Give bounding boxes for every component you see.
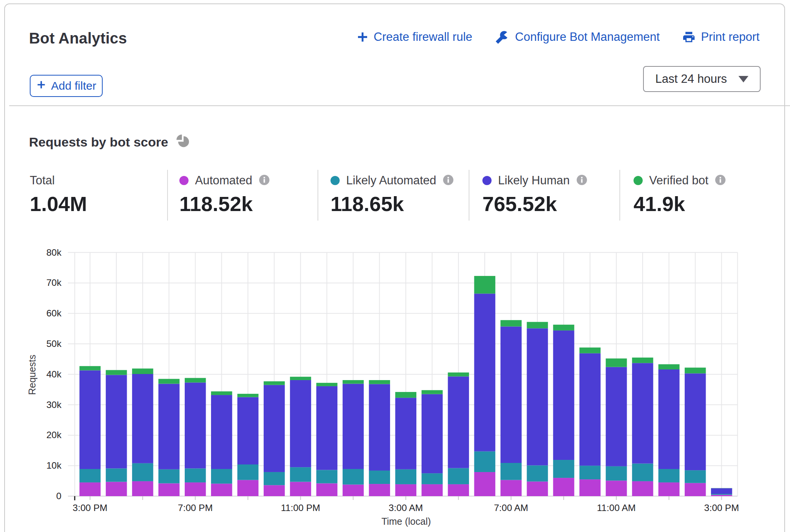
bar-segment-likely-human[interactable] (474, 293, 495, 451)
bar-segment-verified-bot[interactable] (211, 391, 232, 395)
bar-segment-verified-bot[interactable] (527, 322, 548, 329)
bar-segment-automated[interactable] (369, 484, 390, 496)
bar-segment-likely-automated[interactable] (527, 465, 548, 481)
bar-segment-verified-bot[interactable] (264, 381, 285, 385)
bar-segment-likely-human[interactable] (606, 367, 627, 466)
bar-segment-likely-automated[interactable] (395, 469, 416, 484)
bar-segment-likely-automated[interactable] (211, 469, 232, 484)
bar-segment-verified-bot[interactable] (632, 358, 653, 363)
bar-segment-verified-bot[interactable] (422, 390, 443, 394)
bar-segment-likely-automated[interactable] (422, 473, 443, 484)
bar-segment-automated[interactable] (132, 481, 153, 496)
bar-segment-likely-automated[interactable] (132, 463, 153, 481)
bar-segment-verified-bot[interactable] (395, 392, 416, 398)
bar-segment-verified-bot[interactable] (185, 378, 206, 382)
bar-segment-likely-human[interactable] (237, 397, 258, 464)
bar-segment-likely-human[interactable] (106, 375, 127, 468)
bar-segment-verified-bot[interactable] (685, 368, 706, 373)
bar-segment-automated[interactable] (395, 484, 416, 496)
bar-segment-verified-bot[interactable] (106, 370, 127, 375)
bar-segment-likely-human[interactable] (185, 382, 206, 468)
bar-segment-likely-human[interactable] (316, 386, 337, 470)
bar-segment-likely-human[interactable] (711, 488, 732, 494)
bar-segment-verified-bot[interactable] (79, 366, 100, 370)
bar-segment-automated[interactable] (106, 482, 127, 496)
bar-segment-verified-bot[interactable] (553, 325, 574, 330)
bar-segment-likely-human[interactable] (343, 384, 364, 469)
bar-segment-likely-human[interactable] (132, 374, 153, 463)
bar-segment-likely-automated[interactable] (343, 469, 364, 485)
bar-segment-likely-automated[interactable] (185, 468, 206, 482)
bar-segment-likely-automated[interactable] (474, 451, 495, 472)
bar-segment-likely-automated[interactable] (711, 494, 732, 495)
bar-segment-likely-automated[interactable] (264, 472, 285, 485)
bar-segment-automated[interactable] (632, 481, 653, 496)
bar-segment-automated[interactable] (343, 485, 364, 496)
bar-segment-likely-human[interactable] (211, 395, 232, 469)
bar-segment-automated[interactable] (658, 482, 679, 496)
bar-segment-verified-bot[interactable] (500, 320, 521, 327)
bar-segment-likely-automated[interactable] (290, 467, 311, 482)
bar-segment-likely-automated[interactable] (79, 469, 100, 482)
bar-segment-likely-human[interactable] (658, 369, 679, 469)
bar-segment-likely-automated[interactable] (448, 468, 469, 484)
bar-segment-likely-automated[interactable] (106, 468, 127, 482)
bar-segment-likely-human[interactable] (553, 330, 574, 460)
bar-segment-automated[interactable] (579, 479, 600, 496)
bar-segment-likely-human[interactable] (422, 394, 443, 473)
bar-segment-verified-bot[interactable] (579, 348, 600, 353)
bar-segment-automated[interactable] (79, 482, 100, 496)
bar-segment-verified-bot[interactable] (606, 358, 627, 367)
bar-segment-automated[interactable] (500, 480, 521, 496)
bar-segment-likely-human[interactable] (369, 384, 390, 471)
bar-segment-likely-automated[interactable] (606, 466, 627, 481)
bar-segment-likely-human[interactable] (448, 376, 469, 468)
bar-segment-likely-human[interactable] (79, 370, 100, 469)
bar-segment-automated[interactable] (264, 485, 285, 496)
bar-segment-automated[interactable] (711, 495, 732, 496)
bar-segment-automated[interactable] (316, 483, 337, 496)
bar-segment-likely-human[interactable] (579, 353, 600, 466)
bar-segment-likely-automated[interactable] (579, 466, 600, 479)
bar-segment-likely-human[interactable] (527, 328, 548, 465)
bar-segment-automated[interactable] (422, 484, 443, 496)
bar-segment-likely-automated[interactable] (369, 471, 390, 484)
bar-segment-automated[interactable] (474, 472, 495, 496)
bar-segment-automated[interactable] (185, 482, 206, 496)
bar-segment-likely-human[interactable] (500, 327, 521, 463)
bar-segment-automated[interactable] (237, 480, 258, 496)
bar-segment-verified-bot[interactable] (316, 383, 337, 386)
bar-segment-likely-automated[interactable] (685, 470, 706, 483)
bar-segment-likely-automated[interactable] (500, 463, 521, 480)
bar-segment-verified-bot[interactable] (369, 380, 390, 384)
bar-segment-verified-bot[interactable] (448, 372, 469, 376)
bar-segment-likely-human[interactable] (395, 398, 416, 469)
bar-segment-likely-automated[interactable] (632, 464, 653, 481)
bar-segment-verified-bot[interactable] (237, 394, 258, 397)
bar-segment-verified-bot[interactable] (474, 276, 495, 293)
bar-segment-automated[interactable] (606, 480, 627, 496)
y-tick-label: 40k (46, 369, 61, 379)
bar-segment-likely-human[interactable] (264, 385, 285, 472)
bar-segment-likely-human[interactable] (632, 363, 653, 463)
bar-segment-likely-human[interactable] (290, 380, 311, 467)
bar-segment-likely-human[interactable] (685, 373, 706, 470)
bar-segment-automated[interactable] (158, 483, 179, 496)
bar-segment-automated[interactable] (211, 484, 232, 496)
bar-segment-verified-bot[interactable] (658, 364, 679, 369)
bar-segment-likely-automated[interactable] (658, 469, 679, 482)
bar-segment-likely-automated[interactable] (316, 470, 337, 483)
bar-segment-verified-bot[interactable] (343, 380, 364, 384)
bar-segment-likely-automated[interactable] (158, 469, 179, 484)
bar-segment-automated[interactable] (448, 484, 469, 496)
bar-segment-automated[interactable] (553, 478, 574, 496)
bar-segment-verified-bot[interactable] (132, 369, 153, 374)
bar-segment-automated[interactable] (290, 482, 311, 496)
bar-segment-likely-human[interactable] (158, 384, 179, 469)
bar-segment-likely-automated[interactable] (553, 460, 574, 478)
bar-segment-verified-bot[interactable] (290, 377, 311, 380)
bar-segment-automated[interactable] (527, 482, 548, 496)
bar-segment-likely-automated[interactable] (237, 464, 258, 480)
bar-segment-verified-bot[interactable] (158, 379, 179, 384)
bar-segment-automated[interactable] (685, 483, 706, 496)
